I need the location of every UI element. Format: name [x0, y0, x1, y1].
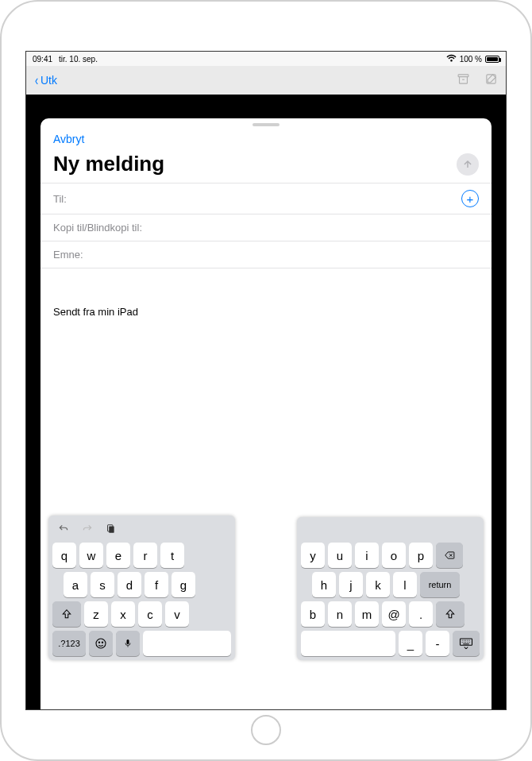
back-label[interactable]: Utk [40, 74, 57, 87]
space-key-left[interactable] [143, 631, 231, 656]
key-d[interactable]: d [118, 572, 141, 597]
status-time: 09:41 [33, 55, 52, 64]
svg-point-4 [96, 639, 106, 648]
cc-bcc-field-row[interactable]: Kopi til/Blindkopi til: [40, 214, 492, 241]
hide-keyboard-key[interactable] [453, 631, 480, 656]
svg-rect-7 [127, 639, 129, 644]
key-w[interactable]: w [79, 543, 103, 568]
key-g[interactable]: g [172, 572, 195, 597]
key-l[interactable]: l [393, 572, 417, 597]
add-contact-button[interactable]: + [461, 190, 479, 207]
key-b[interactable]: b [301, 601, 325, 627]
key-q[interactable]: q [52, 543, 76, 568]
to-label: Til: [53, 193, 67, 205]
return-key[interactable]: return [420, 572, 460, 597]
key-a[interactable]: a [64, 572, 87, 597]
cancel-button[interactable]: Avbryt [53, 131, 84, 147]
svg-rect-0 [458, 75, 468, 77]
battery-percent: 100 % [460, 55, 482, 64]
svg-point-6 [102, 642, 102, 643]
key-j[interactable]: j [339, 572, 363, 597]
svg-rect-3 [109, 527, 114, 533]
key-p[interactable]: p [409, 543, 433, 568]
key-v[interactable]: v [165, 601, 189, 627]
battery-icon [485, 56, 499, 63]
key-underscore[interactable]: _ [399, 631, 422, 656]
key-o[interactable]: o [382, 543, 406, 568]
status-bar: 09:41 tir. 10. sep. 100 % [26, 52, 506, 66]
status-date: tir. 10. sep. [59, 55, 98, 64]
screen: 09:41 tir. 10. sep. 100 % ‹ Utk [25, 51, 507, 710]
key-k[interactable]: k [366, 572, 390, 597]
numeric-key[interactable]: .?123 [52, 631, 86, 656]
undo-icon[interactable] [57, 523, 70, 537]
ipad-frame: 09:41 tir. 10. sep. 100 % ‹ Utk [0, 0, 532, 761]
space-key-right[interactable] [301, 631, 395, 656]
key-r[interactable]: r [133, 543, 157, 568]
key-m[interactable]: m [355, 601, 379, 627]
email-signature: Sendt fra min iPad [53, 306, 479, 318]
home-button[interactable] [251, 715, 281, 745]
chevron-left-icon[interactable]: ‹ [35, 72, 38, 89]
send-button[interactable] [457, 153, 479, 176]
subject-label: Emne: [53, 249, 83, 261]
dictation-key[interactable] [116, 631, 140, 656]
wifi-icon [446, 54, 457, 64]
key-hyphen[interactable]: - [426, 631, 449, 656]
backspace-key[interactable] [436, 543, 463, 568]
key-c[interactable]: c [138, 601, 162, 627]
key-dot[interactable]: . [409, 601, 433, 627]
svg-point-5 [98, 642, 99, 643]
key-x[interactable]: x [111, 601, 135, 627]
key-y[interactable]: y [301, 543, 325, 568]
keyboard-right-half: y u i o p h j k l return b [297, 517, 484, 660]
emoji-key[interactable] [89, 631, 113, 656]
shift-key-left[interactable] [52, 601, 81, 627]
compose-icon[interactable] [484, 72, 498, 88]
key-n[interactable]: n [328, 601, 352, 627]
key-h[interactable]: h [312, 572, 336, 597]
keyboard-left-half: q w e r t a s d f g z [48, 516, 235, 660]
key-s[interactable]: s [91, 572, 114, 597]
key-u[interactable]: u [328, 543, 352, 568]
cc-bcc-label: Kopi til/Blindkopi til: [53, 222, 142, 234]
key-z[interactable]: z [84, 601, 108, 627]
to-field-row[interactable]: Til: + [40, 183, 492, 214]
archive-icon[interactable] [457, 72, 470, 88]
key-t[interactable]: t [160, 543, 184, 568]
background-mail-toolbar: ‹ Utk [26, 66, 506, 95]
key-i[interactable]: i [355, 543, 379, 568]
key-e[interactable]: e [106, 543, 130, 568]
sheet-grabber[interactable] [253, 123, 279, 126]
key-f[interactable]: f [145, 572, 168, 597]
redo-icon[interactable] [81, 523, 94, 537]
subject-field-row[interactable]: Emne: [40, 241, 492, 268]
key-at[interactable]: @ [382, 601, 406, 627]
shift-key-right[interactable] [436, 601, 465, 627]
clipboard-icon[interactable] [105, 523, 116, 538]
compose-title: Ny melding [53, 152, 164, 176]
